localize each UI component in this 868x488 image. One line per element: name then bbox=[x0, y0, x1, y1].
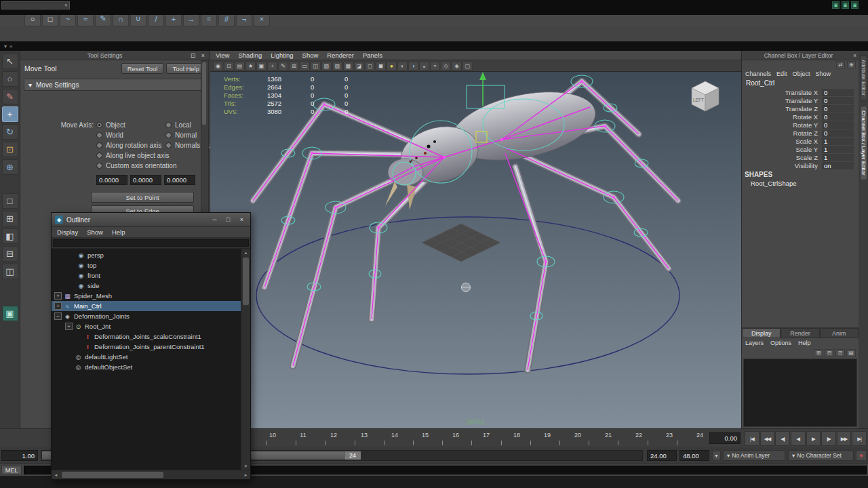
animation-end-field[interactable]: 48.00 bbox=[679, 450, 709, 461]
vtab-attribute-editor[interactable]: Attribute Editor bbox=[860, 55, 867, 100]
shelf-menu-icon[interactable]: ≡ bbox=[9, 43, 13, 49]
grease-pencil-icon[interactable]: ✎ bbox=[278, 62, 288, 70]
channel-box-menu-item[interactable]: Object bbox=[793, 70, 810, 77]
bookmarks-icon[interactable]: ★ bbox=[245, 62, 256, 70]
playback-end-field[interactable]: 24.00 bbox=[647, 450, 677, 461]
paint-select-tool-icon[interactable]: ✎ bbox=[2, 89, 18, 104]
channel-box-menu-item[interactable]: Show bbox=[816, 70, 831, 77]
step-forward-frame-button[interactable]: ▶▶ bbox=[837, 431, 852, 446]
scroll-down-icon[interactable]: ▼ bbox=[241, 462, 250, 470]
viewport-menu-item[interactable]: Lighting bbox=[271, 52, 293, 59]
expander-icon[interactable]: + bbox=[54, 292, 62, 300]
selected-object-name[interactable]: Root_Ctrl bbox=[742, 78, 859, 88]
safe-title-icon[interactable]: ◪ bbox=[354, 62, 364, 70]
lock-camera-icon[interactable]: ⊡ bbox=[224, 62, 234, 70]
anim-layer-dropdown[interactable]: ▾ No Anim Layer bbox=[723, 450, 785, 461]
outliner-node-row[interactable]: ◉ persp bbox=[52, 250, 241, 260]
select-tool-icon[interactable]: ↖ bbox=[2, 54, 18, 69]
outliner-menu-item[interactable]: Display bbox=[57, 228, 78, 236]
go-to-end-button[interactable]: ▶| bbox=[852, 431, 867, 446]
playback-options-icon[interactable]: ▼ bbox=[712, 451, 721, 460]
axis-value-field[interactable]: 0.0000 bbox=[96, 175, 127, 185]
multisampling-icon[interactable]: ◓ bbox=[430, 62, 440, 70]
radio-option[interactable]: Object bbox=[96, 120, 177, 130]
layout-persp-graph-icon[interactable]: ⊟ bbox=[2, 246, 18, 262]
channel-box-menu-item[interactable]: Edit bbox=[776, 70, 787, 77]
select-camera-icon[interactable]: ◉ bbox=[213, 62, 223, 70]
expander-icon[interactable] bbox=[66, 353, 74, 361]
outliner-node-row[interactable]: + ▦ Spider_Mesh bbox=[52, 291, 241, 301]
channel-row[interactable]: Scale X 1 bbox=[742, 137, 859, 145]
maximize-icon[interactable]: □ bbox=[223, 216, 233, 224]
layer-editor-tab[interactable]: Display bbox=[742, 328, 781, 338]
outliner-filter-input[interactable] bbox=[53, 239, 249, 247]
shape-node-name[interactable]: Root_CtrlShape bbox=[742, 179, 859, 188]
layer-list-icon[interactable]: ▤ bbox=[846, 349, 856, 357]
radio-option[interactable]: Custom axis orientation bbox=[96, 161, 177, 171]
set-to-button[interactable]: Set to Point bbox=[91, 192, 194, 203]
channel-value-field[interactable]: 1 bbox=[822, 138, 854, 145]
scroll-right-icon[interactable]: ► bbox=[241, 473, 250, 477]
layer-editor-menu-item[interactable]: Layers bbox=[745, 340, 764, 346]
image-plane-icon[interactable]: ▣ bbox=[256, 62, 267, 70]
field-chart-icon[interactable]: ▨ bbox=[332, 62, 342, 70]
expander-icon[interactable] bbox=[69, 272, 77, 279]
axis-value-field[interactable]: 0.0000 bbox=[130, 175, 161, 185]
outliner-node-row[interactable]: ! Deformation_Joints_scaleConstraint1 bbox=[52, 331, 241, 342]
channel-slider-settings-icon[interactable]: ⇄ bbox=[836, 61, 845, 68]
play-backwards-button[interactable]: ◀ bbox=[791, 431, 806, 446]
scroll-left-icon[interactable]: ◄ bbox=[52, 473, 60, 477]
rotate-tool-icon[interactable]: ↻ bbox=[2, 124, 18, 140]
radio-option[interactable]: Along rotation axis bbox=[96, 140, 177, 150]
outliner-node-row[interactable]: ! Deformation_Joints_parentConstraint1 bbox=[52, 342, 241, 352]
layer-editor-tab[interactable]: Anim bbox=[820, 328, 859, 338]
channel-value-field[interactable]: 0 bbox=[822, 97, 854, 104]
wireframe-on-shaded-icon[interactable]: ◈ bbox=[452, 62, 462, 70]
universal-manipulator-icon[interactable]: ⊕ bbox=[2, 159, 18, 175]
expander-icon[interactable] bbox=[76, 333, 83, 340]
move-settings-section-header[interactable]: ▾ Move Settings bbox=[24, 79, 206, 91]
channel-manipulator-icon[interactable]: ⊕ bbox=[847, 61, 856, 68]
viewport-canvas[interactable]: Verts: 1368 0 0 Edges: 2664 0 0 Faces: 1… bbox=[210, 72, 741, 428]
layout-four-pane-icon[interactable]: ⊞ bbox=[2, 211, 18, 226]
safe-action-icon[interactable]: ▩ bbox=[343, 62, 353, 70]
mel-toggle-button[interactable]: MEL bbox=[1, 466, 22, 474]
channel-value-field[interactable]: 0 bbox=[822, 105, 854, 113]
render-status-icon[interactable]: ▣ bbox=[832, 1, 840, 9]
expander-icon[interactable]: − bbox=[54, 312, 62, 320]
layer-editor-tab[interactable]: Render bbox=[781, 328, 819, 338]
channel-row[interactable]: Translate X 0 bbox=[742, 88, 859, 96]
outliner-node-row[interactable]: ◉ front bbox=[52, 270, 241, 281]
channel-value-field[interactable]: 1 bbox=[822, 154, 854, 161]
step-back-key-button[interactable]: ◀| bbox=[775, 431, 790, 446]
viewport-menu-item[interactable]: View bbox=[216, 52, 229, 59]
minimize-icon[interactable]: ─ bbox=[210, 216, 220, 224]
scrollbar-thumb[interactable] bbox=[243, 258, 249, 305]
outliner-titlebar[interactable]: ◆ Outliner ─ □ × bbox=[52, 213, 250, 227]
layout-single-pane-icon[interactable]: □ bbox=[2, 193, 18, 209]
channel-value-field[interactable]: 0 bbox=[822, 113, 854, 121]
new-empty-layer-icon[interactable]: ⊞ bbox=[814, 349, 823, 357]
xray-icon[interactable]: ◇ bbox=[441, 62, 451, 70]
expander-icon[interactable] bbox=[69, 262, 77, 269]
move-tool-icon[interactable]: + bbox=[2, 106, 18, 122]
resolution-gate-icon[interactable]: ◫ bbox=[311, 62, 321, 70]
channel-row[interactable]: Translate Y 0 bbox=[742, 96, 859, 104]
channel-row[interactable]: Rotate X 0 bbox=[742, 113, 859, 121]
channel-value-field[interactable]: 1 bbox=[822, 146, 854, 153]
grid-icon[interactable]: ⊞ bbox=[289, 62, 299, 70]
range-end-handle[interactable]: 24 bbox=[344, 451, 361, 460]
reset-tool-button[interactable]: Reset Tool bbox=[121, 63, 164, 74]
expander-icon[interactable]: + bbox=[54, 302, 62, 310]
scale-tool-icon[interactable]: ⊡ bbox=[2, 142, 18, 157]
paint-effects-panel-icon[interactable]: ▣ bbox=[2, 306, 18, 321]
outliner-node-row[interactable]: + ⊙ Root_Jnt bbox=[52, 321, 241, 331]
two-d-pan-zoom-icon[interactable]: + bbox=[267, 62, 277, 70]
outliner-horizontal-scrollbar[interactable]: ◄ ► bbox=[52, 470, 250, 479]
channel-value-field[interactable]: 0 bbox=[822, 129, 854, 137]
layer-editor-menu-item[interactable]: Help bbox=[798, 340, 811, 346]
scene-status-icon[interactable]: ▣ bbox=[842, 1, 849, 9]
viewport-menu-item[interactable]: Shading bbox=[238, 52, 262, 59]
step-forward-key-button[interactable]: |▶ bbox=[821, 431, 836, 446]
outliner-node-row[interactable]: ◎ defaultLightSet bbox=[52, 352, 241, 362]
